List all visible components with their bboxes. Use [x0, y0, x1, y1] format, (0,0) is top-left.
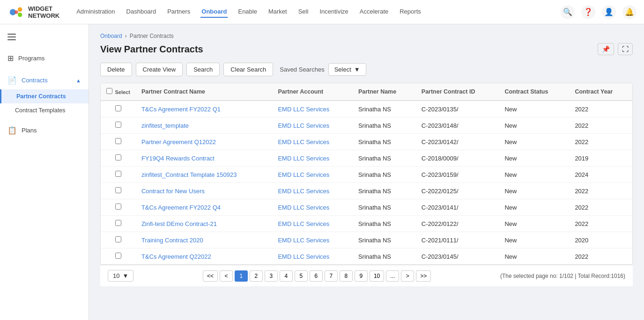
user-icon-button[interactable]: 👤 — [602, 5, 616, 19]
contract-name-link[interactable]: T&Cs Agreement FY2022 Q4 — [141, 204, 221, 211]
svg-rect-5 — [7, 36, 16, 37]
nav-incentivize[interactable]: Incentivize — [318, 6, 349, 18]
row-checkbox-1[interactable] — [115, 122, 121, 128]
row-partner-name: Srinatha NS — [353, 167, 416, 183]
row-checkbox-cell[interactable] — [101, 248, 136, 265]
row-checkbox-cell[interactable] — [101, 199, 136, 216]
nav-accelerate[interactable]: Accelerate — [359, 6, 389, 18]
pin-icon-button[interactable]: 📌 — [598, 43, 614, 55]
table-row: Contract for New Users EMD LLC Services … — [101, 183, 632, 199]
page-6-button[interactable]: 6 — [310, 270, 323, 282]
row-checkbox-cell[interactable] — [101, 232, 136, 248]
contract-name-link[interactable]: Zinfi-test DEmo Contract-21 — [141, 220, 217, 227]
select-label: Select — [334, 66, 351, 73]
page-title-row: View Partner Contracts 📌 ⛶ — [100, 43, 633, 55]
per-page-select[interactable]: 10 ▼ — [108, 270, 133, 282]
row-checkbox-7[interactable] — [115, 220, 121, 226]
row-contract-year: 2022 — [569, 101, 632, 117]
notification-icon-button[interactable]: 🔔 — [622, 5, 637, 19]
contract-name-link[interactable]: zinfitest_Contract Template 150923 — [141, 171, 237, 178]
page-prev-button[interactable]: < — [220, 270, 233, 282]
row-checkbox-3[interactable] — [115, 154, 121, 160]
contracts-table-container: Select Partner Contract Name Partner Acc… — [100, 83, 633, 265]
partner-account-link[interactable]: EMD LLC Services — [278, 220, 329, 227]
search-icon-button[interactable]: 🔍 — [561, 5, 575, 19]
partner-account-link[interactable]: EMD LLC Services — [278, 171, 329, 178]
page-9-button[interactable]: 9 — [355, 270, 368, 282]
sidebar-item-plans[interactable]: 📋 Plans — [0, 121, 89, 139]
row-checkbox-cell[interactable] — [101, 150, 136, 167]
contract-name-link[interactable]: zinfitest_template — [141, 122, 189, 129]
search-button[interactable]: Search — [186, 63, 220, 76]
page-4-button[interactable]: 4 — [280, 270, 293, 282]
partner-account-link[interactable]: EMD LLC Services — [278, 122, 329, 129]
page-next-button[interactable]: > — [401, 270, 414, 282]
partner-account-link[interactable]: EMD LLC Services — [278, 155, 329, 162]
page-8-button[interactable]: 8 — [340, 270, 353, 282]
sidebar-contracts-section: 📄 Contracts ▲ Partner Contracts Contract… — [0, 69, 89, 119]
nav-sell[interactable]: Sell — [297, 6, 310, 18]
page-3-button[interactable]: 3 — [265, 270, 278, 282]
nav-market[interactable]: Market — [267, 6, 288, 18]
partner-account-link[interactable]: EMD LLC Services — [278, 253, 329, 260]
row-checkbox-0[interactable] — [115, 105, 121, 111]
page-7-button[interactable]: 7 — [325, 270, 338, 282]
breadcrumb-current: Partner Contracts — [130, 33, 174, 39]
row-checkbox-6[interactable] — [115, 204, 121, 210]
contract-name-link[interactable]: T&Cs Agreement Q22022 — [141, 253, 211, 260]
sidebar-item-partner-contracts[interactable]: Partner Contracts — [0, 89, 89, 103]
svg-rect-4 — [7, 34, 16, 35]
row-checkbox-cell[interactable] — [101, 216, 136, 232]
nav-partners[interactable]: Partners — [166, 6, 191, 18]
create-view-button[interactable]: Create View — [136, 63, 183, 76]
row-checkbox-cell[interactable] — [101, 134, 136, 150]
page-last-button[interactable]: >> — [416, 270, 431, 282]
delete-button[interactable]: Delete — [100, 63, 132, 76]
help-icon-button[interactable]: ❓ — [581, 5, 595, 19]
breadcrumb-onboard[interactable]: Onboard — [100, 33, 122, 39]
row-checkbox-cell[interactable] — [101, 117, 136, 134]
contract-name-link[interactable]: Training Contract 2020 — [141, 237, 203, 244]
contract-name-link[interactable]: T&Cs Agreement FY2022 Q1 — [141, 106, 221, 113]
contract-name-link[interactable]: FY19Q4 Rewards Contract — [141, 155, 215, 162]
row-checkbox-2[interactable] — [115, 138, 121, 144]
row-checkbox-cell[interactable] — [101, 167, 136, 183]
partner-account-link[interactable]: EMD LLC Services — [278, 204, 329, 211]
contract-name-link[interactable]: Contract for New Users — [141, 188, 205, 195]
nav-enable[interactable]: Enable — [237, 6, 258, 18]
partner-account-link[interactable]: EMD LLC Services — [278, 237, 329, 244]
nav-dashboard[interactable]: Dashboard — [126, 6, 157, 18]
page-10-button[interactable]: 10 — [370, 270, 384, 282]
page-1-button[interactable]: 1 — [235, 270, 248, 282]
row-checkbox-cell[interactable] — [101, 183, 136, 199]
contract-name-link[interactable]: Partner Agreement Q12022 — [141, 138, 216, 145]
sidebar-item-contracts[interactable]: 📄 Contracts ▲ — [0, 71, 89, 89]
page-5-button[interactable]: 5 — [295, 270, 308, 282]
select-all-checkbox[interactable] — [106, 88, 112, 94]
partner-account-link[interactable]: EMD LLC Services — [278, 138, 329, 145]
expand-icon-button[interactable]: ⛶ — [618, 43, 633, 55]
row-checkbox-8[interactable] — [115, 236, 121, 242]
nav-administration[interactable]: Administration — [75, 6, 116, 18]
partner-account-link[interactable]: EMD LLC Services — [278, 188, 329, 195]
row-checkbox-5[interactable] — [115, 187, 121, 193]
select-dropdown[interactable]: Select ▼ — [328, 63, 366, 76]
nav-onboard[interactable]: Onboard — [200, 6, 228, 18]
sidebar-toggle[interactable] — [0, 30, 89, 45]
nav-reports[interactable]: Reports — [399, 6, 422, 18]
row-contract-status: New — [499, 150, 569, 167]
page-2-button[interactable]: 2 — [250, 270, 263, 282]
layout: ⊞ Programs 📄 Contracts ▲ Partner Contrac… — [0, 24, 644, 320]
select-all-header[interactable]: Select — [101, 83, 136, 101]
logo[interactable]: WIDGETNETWORK — [7, 3, 59, 21]
row-contract-year: 2022 — [569, 134, 632, 150]
clear-search-button[interactable]: Clear Search — [223, 63, 273, 76]
row-checkbox-4[interactable] — [115, 171, 121, 177]
sidebar-item-contract-templates[interactable]: Contract Templates — [0, 103, 89, 117]
sidebar-item-programs[interactable]: ⊞ Programs — [0, 49, 89, 67]
page-first-button[interactable]: << — [203, 270, 218, 282]
row-checkbox-cell[interactable] — [101, 101, 136, 117]
partner-account-link[interactable]: EMD LLC Services — [278, 106, 329, 113]
nav-links: Administration Dashboard Partners Onboar… — [75, 6, 549, 18]
row-checkbox-9[interactable] — [115, 253, 121, 259]
